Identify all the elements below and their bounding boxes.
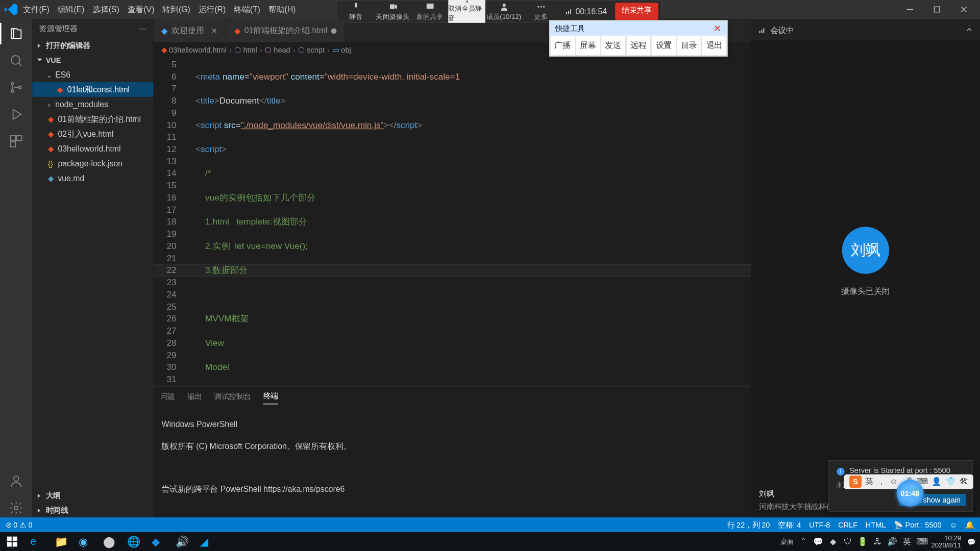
- activity-search[interactable]: [7, 51, 26, 70]
- ime-punct-icon[interactable]: ，: [877, 476, 886, 487]
- taskbar-app2[interactable]: ⬤: [97, 532, 121, 551]
- quick-tool-exit[interactable]: 退出: [702, 36, 727, 56]
- quick-tool-catalog[interactable]: 目录: [676, 36, 702, 56]
- tray-wechat-icon[interactable]: 💬: [813, 536, 823, 547]
- panel-tab-debug[interactable]: 调试控制台: [214, 389, 251, 404]
- svg-rect-23: [7, 537, 12, 541]
- quick-tool-broadcast[interactable]: 广播: [550, 36, 575, 56]
- panel-tab-terminal[interactable]: 终端: [263, 388, 278, 405]
- status-liveserver-port[interactable]: 📡Port : 5500: [894, 520, 941, 529]
- tray-app-icon[interactable]: ◆: [827, 536, 838, 547]
- file-vue-md[interactable]: ◆vue.md: [32, 171, 153, 186]
- quick-tool-send[interactable]: 发送: [600, 36, 626, 56]
- meeting-members-button[interactable]: 成员(10/12): [485, 0, 523, 23]
- ime-tools-icon[interactable]: 🛠: [960, 477, 968, 486]
- ime-skin-icon[interactable]: 👕: [946, 477, 956, 486]
- status-language[interactable]: HTML: [866, 521, 886, 529]
- ime-lang[interactable]: 英: [865, 476, 873, 487]
- taskbar-app1[interactable]: ◉: [72, 532, 96, 551]
- activity-explorer[interactable]: [7, 24, 26, 43]
- tray-volume-icon[interactable]: 🔊: [887, 536, 897, 547]
- meeting-camera-button[interactable]: 关闭摄像头: [374, 0, 411, 23]
- menu-terminal[interactable]: 终端(T): [230, 0, 264, 19]
- quick-tool-settings[interactable]: 设置: [651, 36, 677, 56]
- tray-network-icon[interactable]: 🖧: [872, 536, 883, 547]
- meeting-mute-button[interactable]: 静音: [337, 0, 375, 23]
- svg-point-15: [18, 86, 21, 89]
- file-01let[interactable]: ◆01let和const.html: [32, 82, 153, 97]
- status-encoding[interactable]: UTF-8: [809, 521, 830, 529]
- svg-rect-26: [13, 542, 17, 547]
- status-cursor-pos[interactable]: 行 22，列 20: [727, 520, 770, 530]
- panel-tab-problems[interactable]: 问题: [160, 389, 175, 404]
- taskbar-chrome[interactable]: 🌐: [121, 532, 145, 551]
- window-close[interactable]: [950, 0, 977, 19]
- ime-emoji-icon[interactable]: ☺: [890, 477, 898, 486]
- menu-run[interactable]: 运行(R): [194, 0, 230, 19]
- menu-view[interactable]: 查看(V): [124, 0, 159, 19]
- activity-settings[interactable]: [7, 498, 26, 517]
- meeting-stopall-button[interactable]: 取消全员静音: [448, 0, 485, 23]
- file-03hello[interactable]: ◆03helloworld.html: [32, 141, 153, 156]
- timeline-section[interactable]: 时间线: [32, 503, 153, 517]
- tray-battery-icon[interactable]: 🔋: [857, 536, 868, 547]
- activity-scm[interactable]: [7, 78, 26, 97]
- start-button[interactable]: [0, 532, 24, 551]
- file-package-lock[interactable]: {}package-lock.json: [32, 156, 153, 171]
- taskbar-vscode[interactable]: ◢: [194, 532, 218, 551]
- menu-file[interactable]: 文件(F): [19, 0, 54, 19]
- quick-tools-close[interactable]: ✕: [714, 23, 722, 34]
- taskbar-meeting[interactable]: ◆: [145, 532, 169, 551]
- meeting-endshare-button[interactable]: 结束共享: [615, 3, 658, 20]
- ime-user-icon[interactable]: 👤: [932, 477, 942, 486]
- activity-debug[interactable]: [7, 105, 26, 124]
- taskbar-desktop-label[interactable]: 桌面: [780, 537, 794, 546]
- status-bell-icon[interactable]: 🔔: [965, 520, 974, 529]
- menu-go[interactable]: 转到(G): [158, 0, 194, 19]
- status-errors[interactable]: ⊘0⚠0: [6, 520, 33, 529]
- taskbar-clock[interactable]: 10:292020/8/11: [931, 534, 961, 549]
- folder-node-modules[interactable]: ›node_modules: [32, 97, 153, 112]
- menu-help[interactable]: 帮助(H): [264, 0, 300, 19]
- activity-account[interactable]: [7, 471, 26, 490]
- meeting-timer: 00:16:54: [559, 7, 612, 16]
- tray-ime-icon[interactable]: ⌨: [916, 536, 927, 547]
- quick-tool-screen[interactable]: 屏幕: [575, 36, 601, 56]
- taskbar-audio[interactable]: 🔊: [169, 532, 193, 551]
- menu-edit[interactable]: 编辑(E): [54, 0, 89, 19]
- status-feedback-icon[interactable]: ☺: [949, 521, 957, 529]
- workspace-root[interactable]: VUE: [32, 53, 153, 67]
- file-02vue[interactable]: ◆02引入vue.html: [32, 127, 153, 141]
- panel-tab-output[interactable]: 输出: [187, 389, 202, 404]
- status-spaces[interactable]: 空格: 4: [778, 520, 801, 530]
- meeting-panel-collapse[interactable]: [965, 25, 973, 35]
- meeting-more-button[interactable]: 更多: [522, 0, 559, 23]
- quick-tool-remote[interactable]: 远程: [626, 36, 651, 56]
- taskbar-explorer[interactable]: 📁: [48, 532, 72, 551]
- action-center-icon[interactable]: 💬: [965, 532, 977, 551]
- open-editors-section[interactable]: 打开的编辑器: [32, 38, 153, 53]
- vscode-icon: ◆: [161, 26, 167, 35]
- window-maximize[interactable]: [923, 0, 950, 19]
- menu-selection[interactable]: 选择(S): [88, 0, 124, 19]
- taskbar-edge[interactable]: e: [24, 532, 48, 551]
- record-timer-bubble[interactable]: 01:48: [897, 480, 924, 507]
- quick-tools-title: 快捷工具: [555, 23, 585, 33]
- window-minimize[interactable]: [897, 0, 924, 19]
- activity-extensions[interactable]: [7, 132, 26, 151]
- status-eol[interactable]: CRLF: [838, 521, 857, 529]
- tray-ime-lang[interactable]: 英: [901, 536, 912, 547]
- system-tray[interactable]: ˄ 💬 ◆ 🛡 🔋 🖧 🔊 英 ⌨: [798, 536, 927, 547]
- tray-up-icon[interactable]: ˄: [798, 536, 808, 547]
- tray-shield-icon[interactable]: 🛡: [842, 536, 853, 547]
- meeting-newshare-button[interactable]: 新的共享: [411, 0, 449, 23]
- tab-welcome[interactable]: ◆欢迎使用✕: [154, 19, 226, 42]
- svg-rect-9: [759, 31, 760, 33]
- file-intro[interactable]: ◆01前端框架的介绍.html: [32, 112, 153, 127]
- folder-es6[interactable]: ⌄ES6: [32, 67, 153, 82]
- outline-section[interactable]: 大纲: [32, 488, 153, 503]
- tab-intro[interactable]: ◆01前端框架的介绍.html: [226, 19, 346, 42]
- close-icon[interactable]: ✕: [211, 26, 217, 35]
- svg-point-4: [540, 6, 542, 7]
- explorer-more-icon[interactable]: ⋯: [139, 24, 146, 33]
